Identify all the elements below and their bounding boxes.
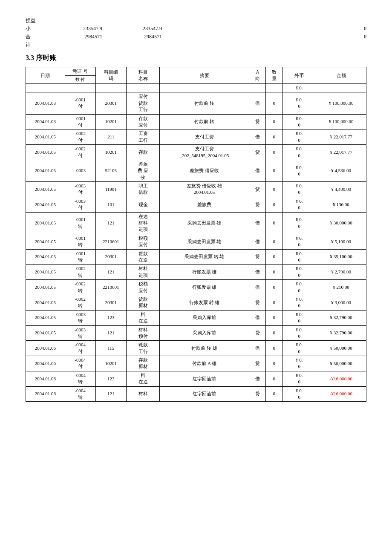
cell-amount: ¥ 32,790.00 — [316, 325, 366, 341]
cell-summary: 付款前 转 — [160, 114, 249, 129]
cell-code: 20301 — [95, 92, 126, 114]
cell-quantity: 0 — [266, 234, 282, 249]
cell-subject: 差旅 费 应 收 — [126, 160, 160, 181]
table-row: 2004.01.05-0003 付11901职工 借款差旅费 借应收 雄 200… — [26, 182, 366, 197]
cell-date: 2004.01.06 — [26, 341, 65, 356]
header-foreign: 外币 — [282, 67, 316, 84]
profit-loss-label: 损益 — [26, 17, 51, 24]
cell-quantity: 0 — [266, 182, 282, 197]
cell-foreign: ¥ 0. 0 — [282, 145, 316, 160]
small-val1: 233547.9 — [51, 26, 102, 32]
cell-voucher: -0004 转 — [65, 386, 95, 402]
cell-quantity: 0 — [266, 129, 282, 145]
cell-summary: 付款前 转 — [160, 92, 249, 114]
cell-date: 2004.01.06 — [26, 371, 65, 386]
cell-direction: 借 — [249, 234, 265, 249]
cell-subject: 应付 货款 工行 — [126, 92, 160, 114]
cell-date: 2004.01.03 — [26, 114, 65, 129]
cell-code: 20301 — [95, 295, 126, 310]
calc-label: 计 — [26, 41, 51, 49]
cell-summary: 付款前 转 雄 — [160, 341, 249, 356]
cell-subject: 现金 — [126, 197, 160, 212]
header-voucher: 凭证 号 — [65, 67, 95, 76]
header-code: 科目编码 — [95, 67, 126, 84]
table-row: 2004.01.05-0003 付101现金差旅费贷0¥ 0. 0¥ 136.0… — [26, 197, 366, 212]
cell-code: 20301 — [95, 249, 126, 265]
cell-subject: 货款 在途 — [126, 249, 160, 265]
header-code-blank — [95, 84, 126, 92]
cell-voucher: -0002 转 — [65, 280, 95, 295]
table-row: 2004.01.05-0003 转121材料 预付采购入库前贷0¥ 0. 0¥ … — [26, 325, 366, 341]
table-row: 2004.01.06-0004 付115账款 工行付款前 转 雄借0¥ 0. 0… — [26, 341, 366, 356]
cell-date: 2004.01.05 — [26, 197, 65, 212]
table-row: 2004.01.06-0004 付10201存款 原材付款前 A 雄贷0¥ 0.… — [26, 356, 366, 371]
section-title: 3.3 序时账 — [26, 54, 366, 63]
cell-foreign: ¥ 0. 0 — [282, 197, 316, 212]
cell-amount: ¥ 4,536.00 — [316, 160, 366, 181]
cell-subject: 存款 — [126, 145, 160, 160]
cell-quantity: 0 — [266, 265, 282, 280]
cell-summary: 行账发票 雄 — [160, 265, 249, 280]
cell-date: 2004.01.05 — [26, 212, 65, 234]
cell-subject: 职工 借款 — [126, 182, 160, 197]
cell-quantity: 0 — [266, 325, 282, 341]
cell-quantity: 0 — [266, 197, 282, 212]
cell-voucher: -0002 付 — [65, 129, 95, 145]
cell-voucher: -0003 付 — [65, 197, 95, 212]
cell-voucher: -0001 付 — [65, 92, 95, 114]
table-row: 2004.01.03-0001 付20301应付 货款 工行付款前 转借0¥ 0… — [26, 92, 366, 114]
cell-voucher: -0003 转 — [65, 310, 95, 325]
cell-foreign: ¥ 0. 0 — [282, 371, 316, 386]
cell-date: 2004.01.06 — [26, 386, 65, 402]
cell-quantity: 0 — [266, 386, 282, 402]
cell-summary: 红字回油前 — [160, 371, 249, 386]
cell-foreign: ¥ 0. 0 — [282, 92, 316, 114]
table-row: 2004.01.05-0002 付211工资 工行支付工资借0¥ 0. 0¥ 2… — [26, 129, 366, 145]
cell-direction: 借 — [249, 371, 265, 386]
cell-direction: 贷 — [249, 182, 265, 197]
header-amount: 金额 — [316, 67, 366, 84]
cell-code: 101 — [95, 197, 126, 212]
cell-direction: 贷 — [249, 356, 265, 371]
cell-voucher: -0004 转 — [65, 371, 95, 386]
cell-date: 2004.01.05 — [26, 295, 65, 310]
cell-direction: 贷 — [249, 325, 265, 341]
header-foreign-sub — [26, 84, 65, 92]
cell-direction: 借 — [249, 129, 265, 145]
cell-date: 2004.01.05 — [26, 325, 65, 341]
cell-amount: ¥ 5,100.00 — [316, 234, 366, 249]
cell-summary: 采购入库前 — [160, 325, 249, 341]
header-date: 日期 — [26, 67, 65, 84]
cell-code: 121 — [95, 325, 126, 341]
cell-summary: 差旅费 借应收 — [160, 160, 249, 181]
small-val2: 233547.9 — [111, 26, 162, 32]
cell-quantity: 0 — [266, 160, 282, 181]
cell-date: 2004.01.06 — [26, 356, 65, 371]
cell-summary: 差旅费 — [160, 197, 249, 212]
cell-subject: 账款 工行 — [126, 341, 160, 356]
cell-foreign: ¥ 0. 0 — [282, 280, 316, 295]
header-amount-blank — [316, 84, 366, 92]
cell-direction: 贷 — [249, 114, 265, 129]
cell-subject: 料 在途 — [126, 310, 160, 325]
cell-amount: ¥ 3,000.00 — [316, 295, 366, 310]
cell-code: 10201 — [95, 114, 126, 129]
cell-code: 121 — [95, 265, 126, 280]
total-val2: 2984571 — [111, 34, 162, 40]
cell-code: 115 — [95, 341, 126, 356]
cell-amount: -¥16,000.00 — [316, 371, 366, 386]
cell-foreign: ¥ 0. 0 — [282, 265, 316, 280]
cell-date: 2004.01.05 — [26, 234, 65, 249]
cell-amount: ¥ 2,790.00 — [316, 265, 366, 280]
cell-quantity: 0 — [266, 295, 282, 310]
cell-foreign: ¥ 0. 0 — [282, 129, 316, 145]
cell-quantity: 0 — [266, 114, 282, 129]
cell-subject: 税额 应付 — [126, 280, 160, 295]
cell-foreign: ¥ 0. 0 — [282, 182, 316, 197]
header-subject: 科目名称 — [126, 67, 160, 84]
cell-direction: 贷 — [249, 145, 265, 160]
cell-code: 10201 — [95, 356, 126, 371]
cell-voucher: -0004 付 — [65, 356, 95, 371]
header-subject-blank — [126, 84, 160, 92]
cell-date: 2004.01.05 — [26, 129, 65, 145]
